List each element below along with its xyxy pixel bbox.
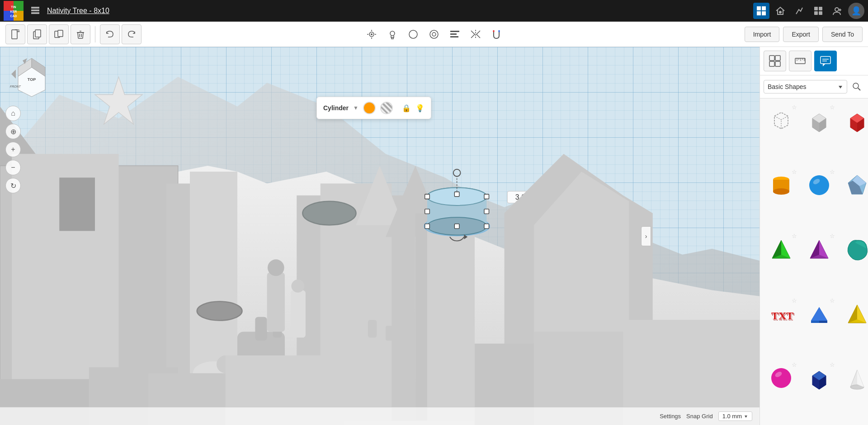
new-button[interactable] xyxy=(5,24,25,44)
panel-ruler-btn[interactable] xyxy=(789,51,811,71)
svg-marker-108 xyxy=(745,416,747,418)
svg-rect-69 xyxy=(368,320,377,337)
shape-item-sphere-pink[interactable]: ☆ xyxy=(764,360,799,421)
canvas-area[interactable]: 3.10 TOP FRONT xyxy=(0,47,760,425)
svg-rect-15 xyxy=(814,7,818,10)
toolbar: Import Export Send To xyxy=(0,22,868,47)
svg-point-14 xyxy=(779,11,782,14)
shape-star-box-gray[interactable]: ☆ xyxy=(830,104,835,111)
svg-point-140 xyxy=(773,188,789,195)
export-button[interactable]: Export xyxy=(783,27,818,42)
svg-text:KER: KER xyxy=(10,10,17,13)
svg-rect-10 xyxy=(757,6,761,10)
svg-point-141 xyxy=(809,175,829,195)
svg-rect-12 xyxy=(757,11,761,15)
shape-star-cylinder[interactable]: ☆ xyxy=(792,168,797,175)
shapes-dropdown[interactable]: Basic Shapes xyxy=(764,80,847,93)
shape-item-cone-white[interactable]: ☆ xyxy=(840,360,868,421)
gallery-icon[interactable] xyxy=(810,3,826,19)
orbit-btn[interactable]: ↻ xyxy=(5,178,21,193)
import-button[interactable]: Import xyxy=(745,27,780,42)
svg-text:CAD: CAD xyxy=(10,14,17,18)
svg-rect-21 xyxy=(17,30,19,32)
craft-icon[interactable] xyxy=(791,3,807,19)
svg-marker-106 xyxy=(11,70,16,79)
shape-item-pyramid-green[interactable]: ☆ xyxy=(764,231,799,293)
document-title[interactable]: Nativity Tree - 8x10 xyxy=(47,7,109,15)
mirror-btn[interactable] xyxy=(467,25,485,43)
svg-rect-85 xyxy=(425,209,430,214)
settings-label[interactable]: Settings xyxy=(660,413,681,420)
shape-star-sphere-pink[interactable]: ☆ xyxy=(792,361,797,368)
grid-view-icon[interactable] xyxy=(753,3,769,19)
shape-item-box-gray[interactable]: ☆ xyxy=(802,102,837,164)
shape-star-text-3d[interactable]: ☆ xyxy=(792,297,797,304)
svg-point-60 xyxy=(302,201,356,225)
copy-button[interactable] xyxy=(27,24,47,44)
center-toolbar-tools xyxy=(363,25,505,43)
shape-item-box-outline[interactable]: ☆ xyxy=(764,102,799,164)
view-controls: ⌂ ⊕ + − ↻ xyxy=(5,106,21,193)
shape-star-box-navy[interactable]: ☆ xyxy=(830,361,835,368)
shape-item-pyramid-yellow[interactable]: ☆ xyxy=(840,295,868,357)
user-avatar[interactable]: 👤 xyxy=(848,3,864,19)
svg-text:TXT: TXT xyxy=(772,311,794,322)
nav-cube[interactable]: TOP FRONT xyxy=(9,56,54,101)
shape-star-sphere[interactable]: ☆ xyxy=(830,168,835,175)
learn-icon[interactable] xyxy=(772,3,788,19)
svg-point-65 xyxy=(268,259,284,276)
svg-line-128 xyxy=(781,116,788,120)
duplicate-button[interactable] xyxy=(49,24,69,44)
zoom-in-btn[interactable]: + xyxy=(5,142,21,157)
undo-button[interactable] xyxy=(100,24,120,44)
shape-item-pyramid-purple[interactable]: ☆ xyxy=(802,231,837,293)
shape-item-box-red[interactable]: ☆ xyxy=(840,102,868,164)
popup-lock-icon[interactable]: 🔒 xyxy=(402,104,411,112)
send-to-button[interactable]: Send To xyxy=(822,27,863,42)
svg-rect-109 xyxy=(769,56,774,61)
panel-chat-btn[interactable] xyxy=(814,51,837,71)
delete-button[interactable] xyxy=(71,24,90,44)
cylinder-popup-arrow[interactable]: ▼ xyxy=(353,105,359,111)
light-tool-btn[interactable] xyxy=(383,25,401,43)
magnet-btn[interactable] xyxy=(487,25,505,43)
home-view-btn[interactable]: ⌂ xyxy=(5,106,21,121)
popup-light-icon[interactable]: 💡 xyxy=(415,104,425,112)
redo-button[interactable] xyxy=(122,24,142,44)
shape-star-prism-blue[interactable]: ☆ xyxy=(830,297,835,304)
svg-rect-20 xyxy=(12,30,17,39)
shape-star-box-outline[interactable]: ☆ xyxy=(792,104,797,111)
svg-point-67 xyxy=(291,280,304,293)
svg-rect-110 xyxy=(775,56,780,61)
shape-item-crystal[interactable]: ☆ xyxy=(840,167,868,229)
shape-item-cylinder[interactable]: ☆ xyxy=(764,167,799,229)
document-list-icon[interactable] xyxy=(27,3,43,19)
svg-text:TOP: TOP xyxy=(28,77,36,82)
shape-item-sphere[interactable]: ☆ xyxy=(802,167,837,229)
add-user-icon[interactable] xyxy=(829,3,845,19)
svg-rect-112 xyxy=(775,61,780,66)
top-bar: TIN KER CAD Nativity Tree - 8x10 👤 xyxy=(0,0,868,22)
snap-grid-value-btn[interactable]: 1.0 mm xyxy=(718,411,752,421)
shape-solid-btn[interactable] xyxy=(404,25,422,43)
search-icon-btn[interactable] xyxy=(849,79,864,94)
cylinder-solid-color[interactable] xyxy=(363,102,376,114)
svg-rect-17 xyxy=(814,11,818,15)
panel-collapse-btn[interactable]: › xyxy=(641,226,651,246)
svg-point-19 xyxy=(835,8,839,11)
shape-star-pyramid-purple[interactable]: ☆ xyxy=(830,233,835,239)
cylinder-hole-color[interactable] xyxy=(380,102,393,114)
fit-view-btn[interactable]: ⊕ xyxy=(5,124,21,139)
zoom-out-btn[interactable]: − xyxy=(5,160,21,175)
shape-item-text-3d[interactable]: ☆ TXT TXT xyxy=(764,295,799,357)
svg-rect-49 xyxy=(59,177,95,231)
shape-item-teal-blob[interactable]: ☆ xyxy=(840,231,868,293)
camera-tool-btn[interactable] xyxy=(363,25,381,43)
shape-hole-btn[interactable] xyxy=(425,25,443,43)
panel-grid-btn[interactable] xyxy=(764,51,786,71)
shape-item-prism-blue[interactable]: ☆ xyxy=(802,295,837,357)
shape-star-pyramid-green[interactable]: ☆ xyxy=(792,233,797,239)
shape-item-box-navy[interactable]: ☆ xyxy=(802,360,837,421)
tinkercad-logo[interactable]: TIN KER CAD xyxy=(4,1,24,21)
align-btn[interactable] xyxy=(446,25,464,43)
